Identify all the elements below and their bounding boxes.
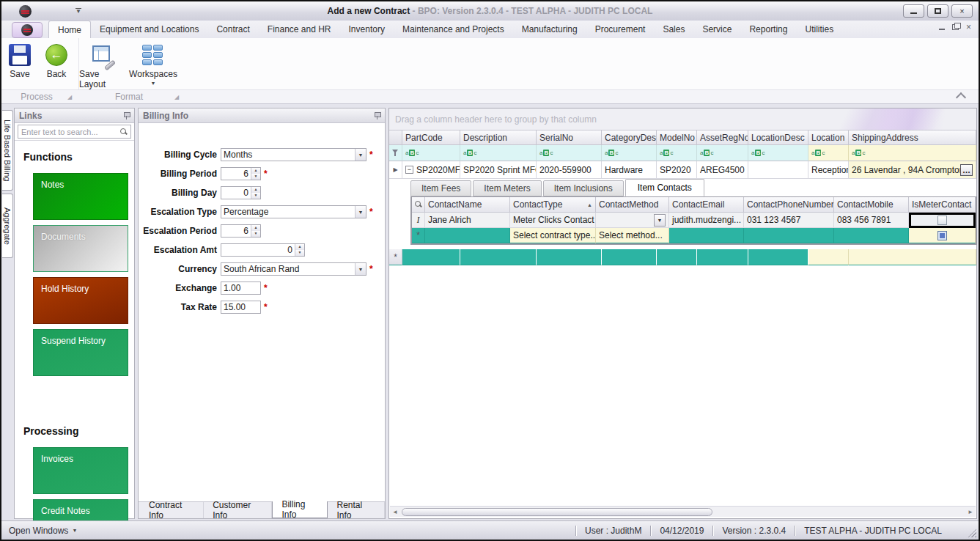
ribbon-tab-sales[interactable]: Sales <box>654 21 693 38</box>
tab-item-fees[interactable]: Item Fees <box>410 180 471 196</box>
spin-up-icon[interactable]: ▲ <box>295 244 304 250</box>
billing-cycle-combo[interactable]: Months ▼ <box>221 148 366 161</box>
new-cell-contacttype[interactable]: Select contract type... <box>510 228 596 243</box>
cell-description[interactable]: SP2020 Sprint MFC <box>460 161 537 179</box>
mdi-minimize-icon[interactable] <box>939 25 945 30</box>
documents-button[interactable]: Documents <box>33 225 128 272</box>
cell-assetregno[interactable]: AREG4500 <box>697 161 748 179</box>
ribbon-tab-inventory[interactable]: Inventory <box>340 21 394 38</box>
cell-partcode[interactable]: −SP2020MFC <box>402 161 460 179</box>
filter-cell-serialno[interactable]: aBc <box>537 145 602 161</box>
ribbon-tab-maintenance-and-projects[interactable]: Maintenance and Projects <box>394 21 513 38</box>
ismetercontact-checkbox[interactable] <box>937 231 947 240</box>
new-cell-contactmobile[interactable] <box>834 228 909 243</box>
back-button[interactable]: ← Back <box>38 42 75 89</box>
chevron-down-icon[interactable]: ▼ <box>355 206 366 218</box>
open-windows-button[interactable]: Open Windows ▼ <box>9 526 77 536</box>
side-tab-aggregate[interactable]: Aggregate <box>2 194 13 258</box>
ribbon-tab-reporting[interactable]: Reporting <box>740 21 796 38</box>
ismetercontact-checkbox[interactable] <box>937 216 947 225</box>
ribbon-tab-contract[interactable]: Contract <box>207 21 258 38</box>
group-by-panel[interactable]: Drag a column header here to group by th… <box>389 108 976 130</box>
new-cell-contactmethod[interactable]: Select method... <box>596 228 669 243</box>
column-header-contactmethod[interactable]: ContactMethod <box>596 197 669 213</box>
links-search-box[interactable] <box>18 125 131 139</box>
cell-modelno[interactable]: SP2020 <box>657 161 697 179</box>
escalation-amt-spinner[interactable]: 0 ▲▼ <box>221 243 305 257</box>
group-dialog-launcher-icon[interactable]: ◢ <box>174 94 179 100</box>
cell-contacttype[interactable]: Meter Clicks Contact <box>510 213 596 228</box>
group-dialog-launcher-icon[interactable]: ◢ <box>67 94 72 100</box>
spin-up-icon[interactable]: ▲ <box>251 168 260 174</box>
maximize-button[interactable] <box>927 4 948 18</box>
scroll-left-icon[interactable]: ◄ <box>390 509 400 515</box>
application-menu-button[interactable] <box>12 22 43 38</box>
column-header-partcode[interactable]: PartCode <box>402 130 460 145</box>
save-button[interactable]: Save <box>1 42 38 89</box>
column-header-description[interactable]: Description <box>460 130 537 145</box>
notes-button[interactable]: Notes <box>33 173 128 220</box>
tab-billing-info[interactable]: Billing Info <box>272 501 328 518</box>
column-header-locationdesc[interactable]: LocationDesc <box>748 130 808 145</box>
new-cell-modelno[interactable] <box>657 249 697 265</box>
column-header-assetregno[interactable]: AssetRegNo <box>697 130 748 145</box>
column-header-serialno[interactable]: SerialNo <box>537 130 602 145</box>
filter-cell-location[interactable]: aBc <box>808 145 849 161</box>
new-cell-ismetercontact[interactable] <box>909 228 976 243</box>
search-icon[interactable] <box>415 201 422 208</box>
ribbon-tab-manufacturing[interactable]: Manufacturing <box>513 21 586 38</box>
ribbon-tab-service[interactable]: Service <box>693 21 740 38</box>
mdi-close-icon[interactable]: × <box>966 23 971 31</box>
escalation-period-spinner[interactable]: 6 ▲▼ <box>221 224 261 238</box>
close-button[interactable]: × <box>951 4 973 18</box>
tab-item-inclusions[interactable]: Item Inclusions <box>543 180 624 196</box>
scrollbar-thumb[interactable] <box>402 508 712 516</box>
ribbon-tab-utilities[interactable]: Utilities <box>796 21 842 38</box>
cell-location[interactable]: Reception <box>808 161 849 179</box>
chevron-down-icon[interactable]: ▼ <box>654 214 666 227</box>
cell-contactmobile[interactable]: 083 456 7891 <box>834 213 909 228</box>
filter-cell-locationdesc[interactable]: aBc <box>748 145 808 161</box>
exchange-field[interactable]: 1.00 <box>221 281 261 295</box>
tab-contract-info[interactable]: Contract Info <box>140 502 204 518</box>
tax-rate-field[interactable]: 15.00 <box>221 301 261 314</box>
cell-contactphonenumber[interactable]: 031 123 4567 <box>744 213 834 228</box>
new-cell-partcode[interactable] <box>402 249 460 265</box>
ribbon-tab-home[interactable]: Home <box>48 21 91 38</box>
cell-locationdesc[interactable] <box>748 161 808 179</box>
cell-ismetercontact[interactable] <box>909 213 976 228</box>
ribbon-tab-procurement[interactable]: Procurement <box>586 21 655 38</box>
tab-item-contacts[interactable]: Item Contacts <box>625 179 704 196</box>
tab-rental-info[interactable]: Rental Info <box>328 502 385 518</box>
new-cell-shippingaddress[interactable] <box>849 249 976 265</box>
currency-combo[interactable]: South African Rand ▼ <box>221 262 366 276</box>
column-header-contactphonenumber[interactable]: ContactPhoneNumber <box>744 197 834 213</box>
new-cell-serialno[interactable] <box>537 249 602 265</box>
filter-cell-categorydesc[interactable]: aBc <box>602 145 657 161</box>
column-header-categorydesc[interactable]: CategoryDesc <box>602 130 657 145</box>
column-header-shippingaddress[interactable]: ShippingAddress <box>849 130 976 145</box>
tab-item-meters[interactable]: Item Meters <box>473 180 541 196</box>
new-cell-location[interactable] <box>808 249 849 265</box>
cell-contactname[interactable]: Jane Alrich <box>425 213 510 228</box>
filter-cell-assetregno[interactable]: aBc <box>697 145 748 161</box>
search-icon[interactable] <box>120 128 128 136</box>
invoices-button[interactable]: Invoices <box>33 447 128 494</box>
save-layout-button[interactable]: Save Layout <box>79 42 128 89</box>
pin-icon[interactable] <box>374 111 380 119</box>
spin-down-icon[interactable]: ▼ <box>251 193 260 199</box>
filter-cell-shippingaddress[interactable]: aBc <box>849 145 976 161</box>
new-cell-assetregno[interactable] <box>697 249 748 265</box>
suspend-history-button[interactable]: Suspend History <box>33 329 128 376</box>
pin-icon[interactable] <box>123 111 130 119</box>
side-tab-life-based-billing[interactable]: Life Based Billing <box>2 110 13 191</box>
hold-history-button[interactable]: Hold History <box>33 277 128 324</box>
ribbon-tab-equipment-and-locations[interactable]: Equipment and Locations <box>91 21 207 38</box>
cell-contactmethod[interactable]: ▼ <box>596 213 669 228</box>
filter-cell-modelno[interactable]: aBc <box>657 145 697 161</box>
filter-cell-description[interactable]: aBc <box>460 145 537 161</box>
column-header-modelno[interactable]: ModelNo <box>657 130 697 145</box>
escalation-type-combo[interactable]: Percentage ▼ <box>221 205 366 218</box>
new-cell-contactname[interactable] <box>425 228 510 243</box>
spin-down-icon[interactable]: ▼ <box>295 250 304 256</box>
